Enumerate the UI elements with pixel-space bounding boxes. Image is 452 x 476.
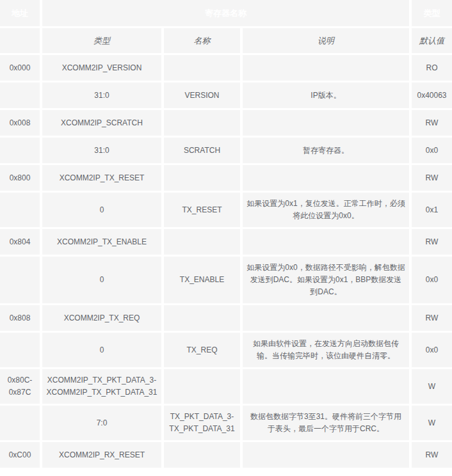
- cell-address: 0xC00: [0, 442, 42, 470]
- cell-default: 0x40063: [412, 83, 452, 110]
- header-address: 地址: [0, 0, 42, 28]
- cell-bits-or-register: XCOMM2IP_TX_RESET: [42, 165, 164, 193]
- cell-description: 暂存寄存器。: [243, 138, 412, 165]
- table-header-row: 地址 寄存器名称 类型: [0, 0, 452, 28]
- cell-name: [164, 110, 243, 138]
- table-row: 0x800XCOMM2IP_TX_RESETRW: [0, 165, 452, 193]
- cell-bits-or-register: 7:0: [42, 406, 164, 442]
- cell-default: RO: [412, 55, 452, 83]
- cell-name: TX_REQ: [164, 333, 243, 369]
- cell-name: VERSION: [164, 83, 243, 110]
- cell-description: [243, 110, 412, 138]
- cell-address: 0x000: [0, 55, 42, 83]
- cell-name: [164, 165, 243, 193]
- cell-description: IP版本。: [243, 83, 412, 110]
- cell-address: [0, 138, 42, 165]
- header-register-name: 寄存器名称: [42, 0, 412, 28]
- cell-name: [164, 229, 243, 257]
- cell-name: TX_RESET: [164, 193, 243, 229]
- cell-description: 数据包数据字节3至31。硬件将前三个字节用于表头，最后一个字节用于CRC。: [243, 406, 412, 442]
- cell-name: [164, 369, 243, 406]
- cell-bits-or-register: 31:0: [42, 138, 164, 165]
- subheader-address: [0, 28, 42, 55]
- cell-default: W: [412, 406, 452, 442]
- table-row: 0x808XCOMM2IP_TX_REQRW: [0, 305, 452, 333]
- cell-description: [243, 55, 412, 83]
- cell-description: [243, 442, 412, 470]
- cell-description: 如果由软件设置，在发送方向启动数据包传输。当传输完毕时，该位由硬件自清零。: [243, 333, 412, 369]
- cell-default: 0x0: [412, 333, 452, 369]
- cell-default: RW: [412, 305, 452, 333]
- subheader-name: 名称: [164, 28, 243, 55]
- cell-bits-or-register: 31:0: [42, 83, 164, 110]
- cell-address: [0, 406, 42, 442]
- table-row: 0TX_RESET如果设置为0x1，复位发送。正常工作时，必须将此位设置为0x0…: [0, 193, 452, 229]
- cell-default: RW: [412, 165, 452, 193]
- subheader-description: 说明: [243, 28, 412, 55]
- table-row: 0TX_REQ如果由软件设置，在发送方向启动数据包传输。当传输完毕时，该位由硬件…: [0, 333, 452, 369]
- cell-description: 如果设置为0x0，数据路径不受影响，解包数据发送到DAC。如果设置为0x1，BB…: [243, 257, 412, 305]
- subheader-default: 默认值: [412, 28, 452, 55]
- register-map-table: 地址 寄存器名称 类型 类型 名称 说明 默认值 0x000XCOMM2IP_V…: [0, 0, 452, 470]
- cell-address: 0x008: [0, 110, 42, 138]
- table-row: 0x008XCOMM2IP_SCRATCHRW: [0, 110, 452, 138]
- cell-address: [0, 83, 42, 110]
- subheader-type: 类型: [42, 28, 164, 55]
- cell-address: [0, 257, 42, 305]
- cell-address: 0x80C-0x87C: [0, 369, 42, 406]
- cell-name: TX_PKT_DATA_3-TX_PKT_DATA_31: [164, 406, 243, 442]
- cell-default: RW: [412, 442, 452, 470]
- register-table-body: 0x000XCOMM2IP_VERSIONRO31:0VERSIONIP版本。0…: [0, 55, 452, 470]
- cell-name: SCRATCH: [164, 138, 243, 165]
- cell-bits-or-register: 0: [42, 257, 164, 305]
- cell-address: [0, 193, 42, 229]
- cell-default: RW: [412, 229, 452, 257]
- cell-default: 0x1: [412, 193, 452, 229]
- cell-bits-or-register: XCOMM2IP_TX_REQ: [42, 305, 164, 333]
- cell-default: W: [412, 369, 452, 406]
- table-subheader-row: 类型 名称 说明 默认值: [0, 28, 452, 55]
- cell-description: [243, 305, 412, 333]
- cell-default: RW: [412, 110, 452, 138]
- table-row: 0x80C-0x87CXCOMM2IP_TX_PKT_DATA_3-XCOMM2…: [0, 369, 452, 406]
- table-row: 31:0SCRATCH暂存寄存器。0x0: [0, 138, 452, 165]
- cell-default: 0x0: [412, 257, 452, 305]
- cell-address: 0x808: [0, 305, 42, 333]
- table-row: 0xC00XCOMM2IP_RX_RESETRW: [0, 442, 452, 470]
- register-map-page: 地址 寄存器名称 类型 类型 名称 说明 默认值 0x000XCOMM2IP_V…: [0, 0, 452, 476]
- table-row: 0x000XCOMM2IP_VERSIONRO: [0, 55, 452, 83]
- table-row: 31:0VERSIONIP版本。0x40063: [0, 83, 452, 110]
- header-type: 类型: [412, 0, 452, 28]
- table-row: 7:0TX_PKT_DATA_3-TX_PKT_DATA_31数据包数据字节3至…: [0, 406, 452, 442]
- cell-bits-or-register: XCOMM2IP_SCRATCH: [42, 110, 164, 138]
- table-row: 0TX_ENABLE如果设置为0x0，数据路径不受影响，解包数据发送到DAC。如…: [0, 257, 452, 305]
- cell-bits-or-register: XCOMM2IP_RX_RESET: [42, 442, 164, 470]
- cell-name: [164, 442, 243, 470]
- cell-bits-or-register: XCOMM2IP_TX_ENABLE: [42, 229, 164, 257]
- cell-bits-or-register: XCOMM2IP_TX_PKT_DATA_3-XCOMM2IP_TX_PKT_D…: [42, 369, 164, 406]
- cell-description: [243, 229, 412, 257]
- cell-bits-or-register: 0: [42, 193, 164, 229]
- cell-description: [243, 369, 412, 406]
- table-row: 0x804XCOMM2IP_TX_ENABLERW: [0, 229, 452, 257]
- cell-address: 0x800: [0, 165, 42, 193]
- cell-bits-or-register: 0: [42, 333, 164, 369]
- cell-address: 0x804: [0, 229, 42, 257]
- cell-default: 0x0: [412, 138, 452, 165]
- cell-name: [164, 305, 243, 333]
- cell-address: [0, 333, 42, 369]
- cell-bits-or-register: XCOMM2IP_VERSION: [42, 55, 164, 83]
- cell-description: 如果设置为0x1，复位发送。正常工作时，必须将此位设置为0x0。: [243, 193, 412, 229]
- cell-name: [164, 55, 243, 83]
- cell-description: [243, 165, 412, 193]
- cell-name: TX_ENABLE: [164, 257, 243, 305]
